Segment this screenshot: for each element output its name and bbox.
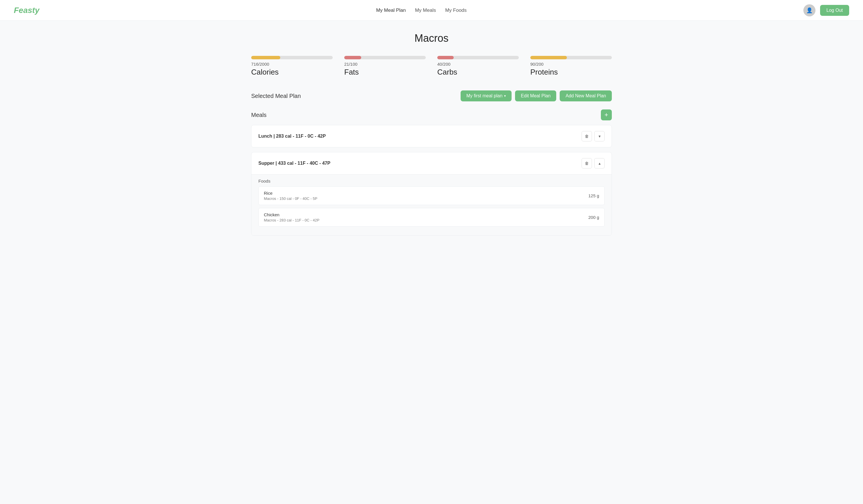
selected-plan-dropdown[interactable]: My first meal plan ▾ (461, 90, 512, 101)
lunch-delete-button[interactable]: 🗑 (581, 131, 592, 141)
brand-logo: Feasty (14, 6, 39, 15)
rice-amount: 125 g (588, 193, 599, 198)
main-nav: My Meal Plan My Meals My Foods (376, 8, 467, 13)
navbar: Feasty My Meal Plan My Meals My Foods 👤 … (0, 0, 863, 21)
selected-plan-name: My first meal plan (466, 93, 502, 99)
rice-macros: Macros - 150 cal - 0F - 40C - 5P (264, 197, 317, 201)
calories-value: 716/2000 (251, 62, 269, 66)
meal-card-header-lunch: Lunch | 283 cal - 11F - 0C - 42P 🗑 ▾ (251, 125, 612, 147)
macro-proteins: 90/200 Proteins (530, 56, 612, 77)
foods-label: Foods (258, 175, 605, 186)
nav-my-foods[interactable]: My Foods (445, 8, 467, 13)
proteins-value: 90/200 (530, 62, 543, 66)
carbs-label: Carbs (437, 68, 457, 77)
supper-delete-button[interactable]: 🗑 (581, 158, 592, 168)
macros-title: Macros (251, 32, 612, 45)
macro-fats: 21/100 Fats (344, 56, 426, 77)
supper-title: Supper | 433 cal - 11F - 40C - 47P (258, 161, 330, 166)
nav-meal-plan[interactable]: My Meal Plan (376, 8, 406, 13)
chicken-macros: Macros - 283 cal - 11F - 0C - 42P (264, 218, 320, 222)
avatar: 👤 (803, 4, 815, 16)
macro-calories: 716/2000 Calories (251, 56, 333, 77)
food-item-rice: Rice Macros - 150 cal - 0F - 40C - 5P 12… (258, 186, 605, 205)
macros-grid: 716/2000 Calories 21/100 Fats 40/200 Car… (251, 56, 612, 77)
navbar-right: 👤 Log Out (803, 4, 849, 16)
calories-progress-fill (251, 56, 280, 59)
supper-collapse-button[interactable]: ▴ (594, 158, 605, 168)
meals-header: Meals + (251, 110, 612, 121)
meal-plan-header: Selected Meal Plan My first meal plan ▾ … (251, 90, 612, 101)
edit-meal-plan-button[interactable]: Edit Meal Plan (515, 90, 556, 101)
add-new-meal-plan-button[interactable]: Add New Meal Plan (560, 90, 612, 101)
proteins-progress-bar (530, 56, 612, 59)
chicken-info: Chicken Macros - 283 cal - 11F - 0C - 42… (264, 212, 320, 222)
meal-plan-actions: My first meal plan ▾ Edit Meal Plan Add … (461, 90, 612, 101)
calories-label: Calories (251, 68, 278, 77)
calories-progress-bar (251, 56, 333, 59)
rice-name: Rice (264, 191, 317, 196)
fats-value: 21/100 (344, 62, 358, 66)
fats-progress-fill (344, 56, 361, 59)
proteins-label: Proteins (530, 68, 558, 77)
lunch-expand-button[interactable]: ▾ (594, 131, 605, 141)
meals-section-label: Meals (251, 112, 266, 118)
nav-my-meals[interactable]: My Meals (415, 8, 436, 13)
proteins-progress-fill (530, 56, 567, 59)
add-meal-button[interactable]: + (601, 110, 612, 121)
dropdown-arrow-icon: ▾ (504, 94, 506, 98)
carbs-value: 40/200 (437, 62, 451, 66)
macro-carbs: 40/200 Carbs (437, 56, 519, 77)
food-item-chicken: Chicken Macros - 283 cal - 11F - 0C - 42… (258, 208, 605, 227)
main-content: Macros 716/2000 Calories 21/100 Fats 40/… (244, 21, 619, 252)
chicken-name: Chicken (264, 212, 320, 217)
lunch-actions: 🗑 ▾ (581, 131, 605, 141)
fats-label: Fats (344, 68, 359, 77)
meal-card-lunch: Lunch | 283 cal - 11F - 0C - 42P 🗑 ▾ (251, 125, 612, 148)
selected-meal-plan-label: Selected Meal Plan (251, 93, 301, 99)
chicken-amount: 200 g (588, 215, 599, 220)
carbs-progress-fill (437, 56, 454, 59)
meal-card-header-supper: Supper | 433 cal - 11F - 40C - 47P 🗑 ▴ (251, 152, 612, 174)
supper-actions: 🗑 ▴ (581, 158, 605, 168)
supper-foods-section: Foods Rice Macros - 150 cal - 0F - 40C -… (251, 174, 612, 235)
logout-button[interactable]: Log Out (820, 5, 849, 16)
trash-icon: 🗑 (585, 134, 589, 139)
meal-card-supper: Supper | 433 cal - 11F - 40C - 47P 🗑 ▴ F… (251, 152, 612, 236)
chevron-down-icon: ▾ (599, 134, 601, 139)
lunch-title: Lunch | 283 cal - 11F - 0C - 42P (258, 134, 326, 139)
rice-info: Rice Macros - 150 cal - 0F - 40C - 5P (264, 191, 317, 201)
fats-progress-bar (344, 56, 426, 59)
chevron-up-icon: ▴ (599, 161, 601, 166)
trash-icon: 🗑 (585, 161, 589, 166)
carbs-progress-bar (437, 56, 519, 59)
